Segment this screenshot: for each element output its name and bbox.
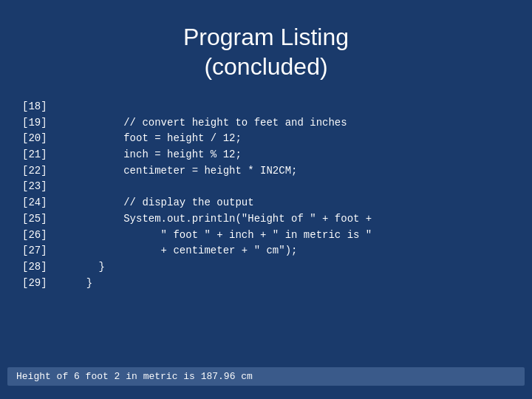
page-container: Program Listing (concluded) [18] [19] [2…: [0, 0, 532, 399]
title-line1: Program Listing: [183, 24, 349, 50]
code-section: [18] [19] [20] [21] [22] [23] [24] [25] …: [22, 99, 510, 291]
slide-title: Program Listing (concluded): [22, 22, 510, 81]
line-numbers: [18] [19] [20] [21] [22] [23] [24] [25] …: [22, 99, 59, 291]
title-line2: (concluded): [204, 53, 327, 80]
output-bar: Height of 6 foot 2 in metric is 187.96 c…: [7, 367, 525, 386]
output-text: Height of 6 foot 2 in metric is 187.96 c…: [16, 371, 253, 382]
code-body: // convert height to feet and inches foo…: [59, 99, 372, 291]
